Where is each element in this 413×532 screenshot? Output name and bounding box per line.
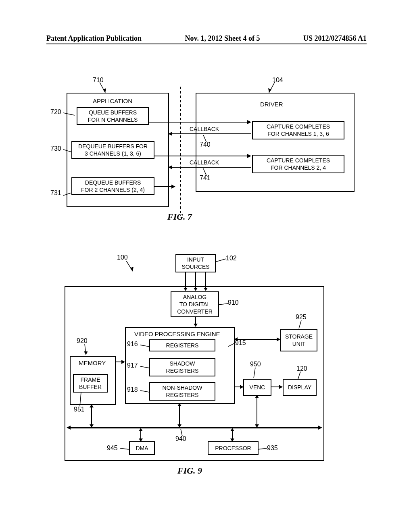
shadow-l2: REGISTERS <box>166 368 199 374</box>
ref-731: 731 <box>50 189 61 197</box>
dequeue2-l2: FOR 2 CHANNELS (2, 4) <box>81 187 145 193</box>
leader-915 <box>228 342 236 347</box>
leader-741 <box>202 168 207 176</box>
bus-right-head <box>318 426 322 430</box>
ref-720: 720 <box>50 108 61 116</box>
arrow-dequeue1-to-capture2 <box>154 156 248 156</box>
callback-1-head <box>168 132 172 136</box>
header-center: Nov. 1, 2012 Sheet 4 of 5 <box>185 34 260 43</box>
figure-9: 100 INPUT SOURCES 102 ANALOGTO DIGITALCO… <box>58 246 357 488</box>
arrow-dequeue2-to-driver-head <box>171 185 175 189</box>
frame-buffer-l1: FRAME <box>81 376 100 383</box>
svg-line-8 <box>203 168 206 176</box>
leader-120 <box>296 372 301 380</box>
svg-line-12 <box>215 259 226 262</box>
capture2-l1: CAPTURE COMPLETES <box>267 157 330 164</box>
application-label: APPLICATION <box>93 98 132 104</box>
leader-951 <box>78 392 83 406</box>
storage-l1: STORAGE <box>285 333 313 340</box>
arrow-proc-bus <box>229 428 235 442</box>
svg-marker-14 <box>184 288 188 291</box>
svg-line-38 <box>298 372 300 379</box>
ref-910: 910 <box>228 299 239 306</box>
leader-925 <box>297 320 302 329</box>
display-label: DISPLAY <box>288 384 311 391</box>
callback-1-line <box>172 133 251 134</box>
registers-label: REGISTERS <box>166 342 199 349</box>
leader-935 <box>258 447 267 451</box>
input-sources-box: INPUT SOURCES <box>175 254 216 272</box>
capture1-l1: CAPTURE COMPLETES <box>267 123 330 130</box>
adc-box: ANALOGTO DIGITALCONVERTER <box>171 291 219 317</box>
ref-925: 925 <box>296 314 307 321</box>
svg-marker-47 <box>177 424 181 428</box>
svg-marker-54 <box>139 438 143 442</box>
vpe-label: VIDEO PROCESSING ENGINE <box>134 330 220 337</box>
input-sources-label: INPUT SOURCES <box>181 256 209 270</box>
venc-box: VENC <box>243 379 271 396</box>
dma-box: DMA <box>129 441 155 455</box>
svg-marker-31 <box>234 337 238 341</box>
svg-marker-44 <box>90 424 94 428</box>
dequeue-buffers-2-box: DEQUEUE BUFFERSFOR 2 CHANNELS (2, 4) <box>71 177 154 195</box>
leader-918 <box>140 390 149 393</box>
figure-7: 710 104 APPLICATION DRIVER 720 QUEUE BUF… <box>58 77 357 222</box>
svg-marker-21 <box>194 324 198 327</box>
arrow-vpe-venc <box>234 384 244 389</box>
ref-102: 102 <box>226 255 237 262</box>
svg-marker-58 <box>230 438 234 442</box>
svg-line-29 <box>299 320 301 328</box>
non-shadow-registers-box: NON-SHADOWREGISTERS <box>149 382 215 401</box>
svg-marker-32 <box>277 337 280 341</box>
ref-945: 945 <box>107 445 118 452</box>
queue-buffers-l1: QUEUE BUFFERS <box>89 109 137 116</box>
ref-940: 940 <box>175 435 186 443</box>
arrow-queue-to-capture1-head <box>247 120 251 124</box>
leader-950 <box>252 368 257 379</box>
svg-marker-35 <box>240 385 244 389</box>
leader-740 <box>202 135 207 142</box>
arrow-dequeue2-to-driver <box>154 186 172 187</box>
capture-completes-1-box: CAPTURE COMPLETESFOR CHANNELS 1, 3, 6 <box>252 121 344 139</box>
header-left: Patent Application Publication <box>46 34 142 43</box>
fig7-caption: FIG. 7 <box>167 212 192 222</box>
dashed-divider <box>179 87 183 216</box>
svg-line-9 <box>63 193 71 195</box>
arrow-venc-display <box>271 384 283 389</box>
svg-marker-49 <box>255 395 259 398</box>
leader-945 <box>120 447 129 451</box>
svg-line-24 <box>140 366 149 368</box>
ref-935: 935 <box>267 445 278 452</box>
svg-marker-18 <box>204 288 208 291</box>
registers-box: REGISTERS <box>149 339 215 351</box>
svg-line-6 <box>63 150 71 152</box>
ref-951: 951 <box>74 406 85 413</box>
adc-l1: ANALOG <box>183 294 206 300</box>
processor-label: PROCESSOR <box>215 445 251 451</box>
leader-100 <box>126 261 135 273</box>
display-box: DISPLAY <box>283 379 317 396</box>
header-right: US 2012/0274856 A1 <box>303 34 367 43</box>
frame-buffer-l2: BUFFER <box>79 384 102 390</box>
header-rule <box>46 44 367 44</box>
bus-left-head <box>67 426 71 430</box>
arrow-venc-bus <box>254 395 260 428</box>
svg-line-55 <box>258 448 267 449</box>
svg-line-28 <box>80 392 81 406</box>
arrow-dma-bus <box>138 428 144 442</box>
bus-940 <box>71 427 319 428</box>
dequeue1-l2: 3 CHANNELS (1, 3, 6) <box>85 150 141 157</box>
leader-910 <box>219 303 229 307</box>
leader-730 <box>63 149 71 153</box>
nonshadow-l2: REGISTERS <box>166 392 199 398</box>
ref-950: 950 <box>250 361 261 368</box>
adc-l2: TO DIGITAL <box>179 301 211 308</box>
venc-label: VENC <box>250 384 265 391</box>
leader-940 <box>179 429 184 436</box>
capture-completes-2-box: CAPTURE COMPLETESFOR CHANNELS 2, 4 <box>252 155 344 173</box>
capture1-l2: FOR CHANNELS 1, 3, 6 <box>267 131 329 137</box>
svg-marker-50 <box>255 424 259 428</box>
svg-line-33 <box>254 368 255 378</box>
arrow-queue-to-capture1 <box>149 122 248 123</box>
svg-line-23 <box>140 345 149 347</box>
